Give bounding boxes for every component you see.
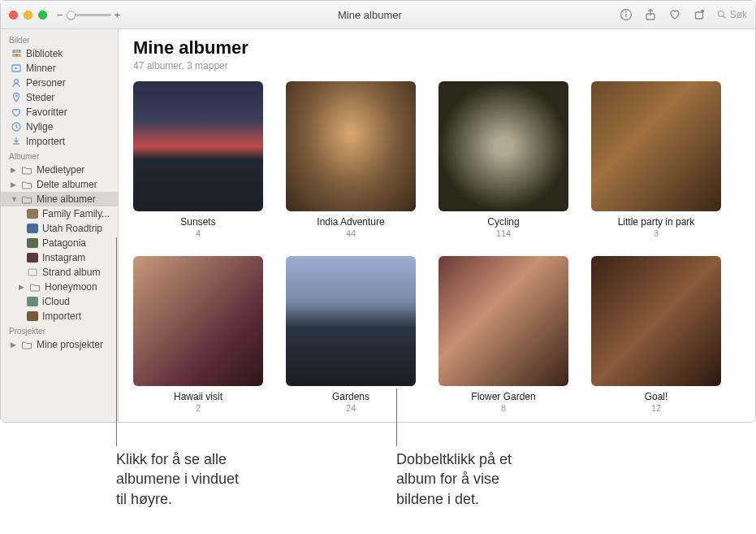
album-thumbnail[interactable] [438, 81, 568, 211]
sidebar-item-steder[interactable]: Steder [1, 90, 118, 105]
toolbar: − + Mine albumer Søk [1, 1, 755, 29]
zoom-slider-group: − + [57, 9, 120, 21]
svg-rect-9 [19, 50, 21, 53]
zoom-slider-thumb[interactable] [67, 11, 76, 20]
album-count: 44 [346, 228, 356, 238]
zoom-out-icon[interactable]: − [57, 9, 63, 21]
sidebar-item-honeymoon[interactable]: ▶ Honeymoon [1, 280, 118, 294]
content-area[interactable]: Mine albumer 47 albumer, 3 mapper Sunset… [119, 29, 755, 422]
album-count: 114 [496, 228, 511, 238]
sidebar-item-strand[interactable]: Strand album [1, 265, 118, 280]
svg-point-2 [625, 11, 626, 12]
sidebar-section-bilder: Bilder [1, 33, 118, 46]
album-card[interactable]: Little party in park3 [591, 81, 721, 238]
zoom-slider[interactable] [67, 14, 111, 16]
album-name: Flower Garden [471, 391, 535, 402]
album-name: Little party in park [618, 216, 695, 228]
album-card[interactable]: Flower Garden8 [438, 256, 568, 413]
album-thumbnail[interactable] [286, 256, 416, 386]
album-card[interactable]: India Adventure44 [286, 81, 416, 238]
sidebar-item-medietyper[interactable]: ▶ Medietyper [1, 163, 118, 177]
album-thumbnail[interactable] [286, 81, 416, 211]
chevron-right-icon[interactable]: ▶ [11, 341, 17, 349]
album-thumbnail[interactable] [591, 256, 721, 386]
sidebar-item-instagram[interactable]: Instagram [1, 250, 118, 265]
sidebar-section-prosjekter: Prosjekter [1, 323, 118, 337]
album-thumbnail[interactable] [438, 256, 568, 386]
minimize-window-button[interactable] [24, 11, 32, 20]
album-thumbnail[interactable] [133, 256, 263, 386]
places-icon [11, 92, 22, 103]
rotate-icon[interactable] [693, 8, 706, 21]
chevron-right-icon[interactable]: ▶ [11, 180, 17, 189]
sidebar-item-utah[interactable]: Utah Roadtrip [1, 221, 118, 236]
albums-grid: Sunsets4India Adventure44Cycling114Littl… [133, 81, 741, 413]
window-controls [9, 11, 47, 20]
search-icon [717, 10, 727, 20]
sidebar-item-delte-albumer[interactable]: ▶ Delte albumer [1, 177, 118, 192]
album-name: India Adventure [317, 216, 384, 228]
chevron-right-icon[interactable]: ▶ [11, 166, 17, 174]
svg-marker-14 [15, 67, 19, 70]
album-name: Gardens [332, 391, 369, 402]
window-body: Bilder Bibliotek Minner Personer Steder … [1, 29, 755, 422]
favorite-icon[interactable] [668, 8, 681, 21]
zoom-in-icon[interactable]: + [114, 9, 121, 21]
callout-line [396, 389, 397, 446]
album-card[interactable]: Hawaii visit2 [133, 256, 263, 413]
album-card[interactable]: Sunsets4 [133, 81, 263, 238]
sidebar-item-mine-prosjekter[interactable]: ▶ Mine prosjekter [1, 337, 118, 352]
memories-icon [11, 63, 22, 74]
library-icon [11, 48, 22, 59]
callout-line [116, 237, 117, 446]
album-name: Cycling [487, 216, 519, 228]
album-count: 12 [651, 403, 661, 413]
fullscreen-window-button[interactable] [38, 11, 47, 20]
folder-icon [21, 339, 32, 350]
sidebar-item-importert[interactable]: Importert [1, 134, 118, 149]
folder-icon [21, 164, 32, 176]
recent-icon [11, 121, 22, 132]
imported-icon [11, 136, 22, 147]
chevron-right-icon[interactable]: ▶ [19, 283, 25, 291]
album-thumbnail[interactable] [591, 81, 721, 211]
album-card[interactable]: Goal!12 [591, 256, 721, 413]
album-thumbnail[interactable] [133, 81, 263, 211]
page-title: Mine albumer [133, 37, 741, 59]
sidebar-item-nylige[interactable]: Nylige [1, 119, 118, 134]
sidebar-item-patagonia[interactable]: Patagonia [1, 236, 118, 250]
svg-rect-11 [15, 54, 18, 57]
sidebar-item-bibliotek[interactable]: Bibliotek [1, 46, 118, 61]
svg-line-6 [723, 16, 725, 19]
window-title: Mine albumer [120, 9, 619, 21]
album-count: 4 [196, 228, 201, 238]
sidebar-item-personer[interactable]: Personer [1, 76, 118, 90]
svg-rect-10 [13, 54, 15, 57]
album-thumb-icon [27, 253, 38, 263]
album-count: 8 [501, 403, 506, 413]
sidebar-item-mine-albumer[interactable]: ▼ Mine albumer [1, 192, 118, 206]
sidebar-item-importert-album[interactable]: Importert [1, 309, 118, 323]
sidebar-item-icloud[interactable]: iCloud [1, 294, 118, 309]
close-window-button[interactable] [9, 11, 18, 20]
album-card[interactable]: Cycling114 [438, 81, 568, 238]
folder-icon [21, 179, 32, 190]
sidebar-section-albumer: Albumer [1, 149, 118, 163]
search-field[interactable]: Søk [717, 9, 747, 20]
svg-rect-4 [695, 12, 702, 19]
album-name: Goal! [645, 391, 668, 402]
album-count: 24 [346, 403, 356, 413]
sidebar-item-minner[interactable]: Minner [1, 61, 118, 76]
share-icon[interactable] [644, 8, 657, 21]
svg-rect-18 [28, 269, 37, 276]
sidebar[interactable]: Bilder Bibliotek Minner Personer Steder … [1, 29, 119, 422]
sidebar-item-family[interactable]: Family Family... [1, 206, 118, 221]
sidebar-item-favoritter[interactable]: Favoritter [1, 105, 118, 119]
toolbar-right: Søk [620, 8, 747, 21]
info-icon[interactable] [620, 8, 633, 21]
chevron-down-icon[interactable]: ▼ [11, 195, 17, 203]
svg-rect-12 [19, 54, 21, 57]
callout-left: Klikk for å se alle albumene i vinduet t… [116, 449, 239, 509]
svg-point-5 [718, 11, 724, 17]
svg-rect-8 [15, 50, 18, 53]
